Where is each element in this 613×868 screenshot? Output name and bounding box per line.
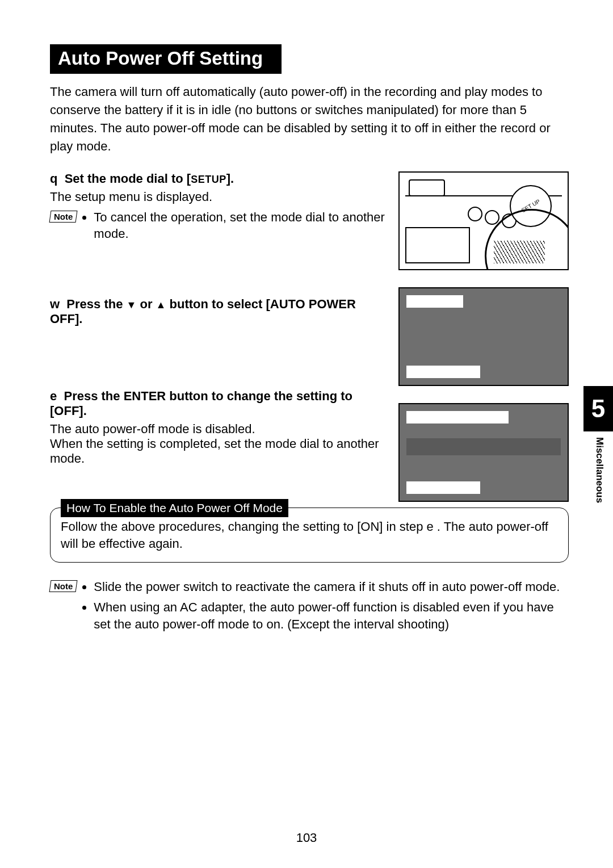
lcd-screen-2: [398, 403, 569, 502]
step1-heading-b: ].: [226, 171, 234, 186]
step2-heading-a: Press the: [66, 297, 126, 311]
step3-heading: Press the ENTER button to change the set…: [50, 389, 352, 418]
up-triangle-icon: ▲: [156, 299, 166, 311]
step1-marker: q: [50, 171, 57, 186]
right-column: SET UP: [398, 171, 569, 502]
section-title: Auto Power Off Setting: [50, 44, 282, 74]
step3-marker: e: [50, 389, 57, 403]
page-number: 103: [0, 831, 613, 845]
bottom-note-bullet-2: When using an AC adapter, the auto power…: [94, 599, 569, 632]
step2-heading-b: or: [136, 297, 156, 311]
step1-heading-a: Set the mode dial to [: [65, 171, 191, 186]
step-3: e Press the ENTER button to change the s…: [50, 355, 385, 466]
enable-box-title: How To Enable the Auto Power Off Mode: [61, 499, 288, 517]
step3-body: The auto power-off mode is disabled. Whe…: [50, 422, 385, 466]
note-icon: Note: [49, 580, 78, 592]
note-icon: Note: [49, 211, 78, 223]
step-1: q Set the mode dial to [SETUP]. The setu…: [50, 171, 385, 246]
camera-illustration: SET UP: [398, 171, 569, 270]
enable-box-body: Follow the above procedures, changing th…: [61, 518, 558, 553]
bottom-note-bullet-1: Slide the power switch to reactivate the…: [94, 578, 569, 596]
left-column: q Set the mode dial to [SETUP]. The setu…: [50, 171, 385, 502]
step2-marker: w: [50, 297, 60, 311]
lcd-screen-1: [398, 287, 569, 386]
step1-note-bullet: To cancel the operation, set the mode di…: [94, 209, 385, 242]
step-2: w Press the ▼ or ▲ button to select [AUT…: [50, 274, 385, 326]
chapter-label: Miscellaneous: [594, 437, 605, 503]
down-triangle-icon: ▼: [127, 299, 137, 311]
enable-box: How To Enable the Auto Power Off Mode Fo…: [50, 508, 569, 563]
step1-setup-word: SETUP: [191, 174, 226, 185]
step1-body: The setup menu is displayed.: [50, 190, 385, 204]
bottom-note: Note Slide the power switch to reactivat…: [50, 578, 569, 636]
chapter-tab: 5: [583, 386, 613, 431]
intro-paragraph: The camera will turn off automatically (…: [50, 83, 569, 156]
